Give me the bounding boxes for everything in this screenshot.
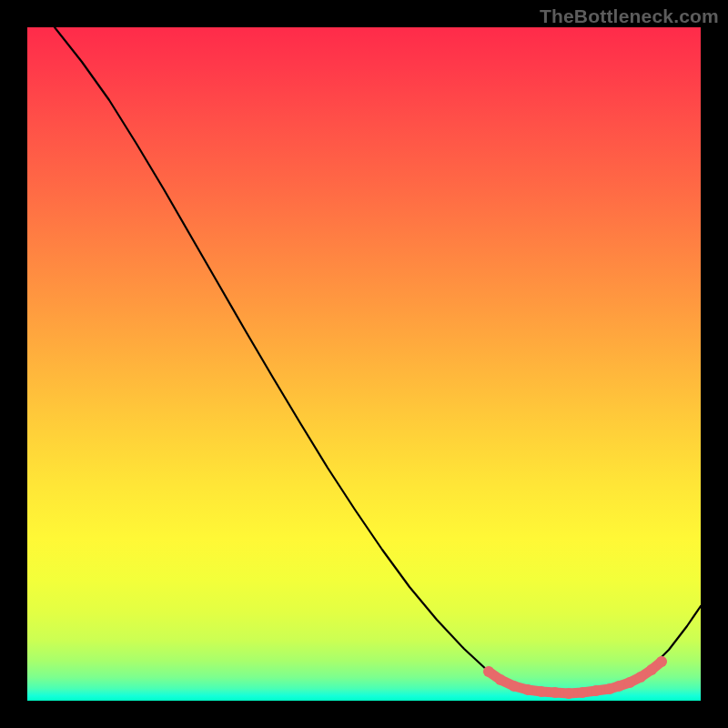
- highlight-dot: [483, 666, 494, 677]
- highlight-dot: [646, 664, 657, 675]
- highlight-dot: [635, 672, 646, 682]
- highlight-dot: [509, 681, 520, 692]
- highlight-dot: [624, 677, 635, 688]
- watermark-text: TheBottleneck.com: [540, 5, 719, 27]
- chart-svg: [27, 27, 701, 701]
- highlight-dot: [563, 688, 574, 699]
- highlight-dot: [577, 687, 588, 698]
- highlight-dot: [536, 686, 547, 697]
- highlight-dot: [522, 684, 533, 695]
- highlight-dot: [495, 674, 506, 685]
- highlight-dot: [613, 681, 624, 692]
- plot-area: [27, 27, 701, 701]
- highlight-dot: [550, 687, 561, 698]
- chart-frame: TheBottleneck.com: [0, 0, 728, 728]
- highlight-dot: [656, 656, 667, 667]
- curve-line: [55, 27, 701, 693]
- highlight-dot: [591, 685, 602, 696]
